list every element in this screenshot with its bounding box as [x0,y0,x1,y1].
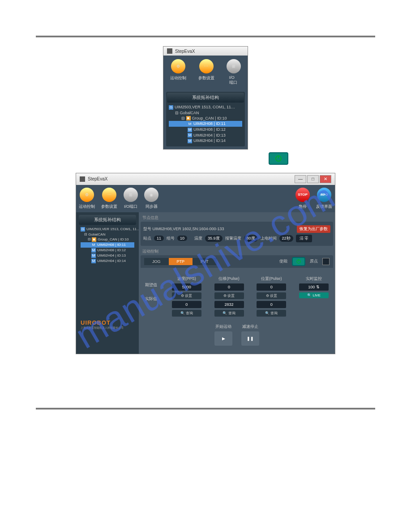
window-controls: — □ ✕ [295,175,331,183]
badge-folder-icon: ■ [92,237,96,242]
badge-m-icon: M [91,259,96,263]
spinner-icon[interactable]: ⇅ [316,285,320,289]
tree-title: 系统拓补结构 [79,215,136,225]
main-panel: 节点信息 型号 UIM62H08,VER 1602,SN:1604-000-13… [139,212,335,354]
pos-expect-input[interactable]: 0 [257,283,286,291]
sync-button[interactable]: ◉同步器 [144,188,158,210]
tree-node[interactable]: MUIM62H08 | ID:11 [81,242,134,248]
badge-g-icon: G [81,227,85,232]
tree-gobal[interactable]: ⊟ GobalCAN [169,110,242,116]
tree-node[interactable]: MUIM62H04 | ID:14 [81,258,134,264]
uptime-value: 22秒 [279,235,293,242]
tree-node[interactable]: MUIM62H04 | ID:13 [169,133,242,138]
tree-gobal[interactable]: ⊟ GobalCAN [81,232,134,237]
play-button[interactable]: ▶ [214,331,232,346]
tab-ptp[interactable]: PTP [169,258,193,265]
pos-header: 位置(Pulse) [261,276,282,282]
pos-set-button[interactable]: ⚙ 设置 [257,292,286,299]
params-button[interactable]: ⋯参数设置 [101,188,117,210]
main-toolbar: ⚙运动控制 ⋯参数设置 ⊞I/O端口 ◉同步器 STOP急停 INFO反馈界面 [76,185,335,212]
io-button[interactable]: ⊞I/O端口 [124,188,138,210]
tree-node[interactable]: MUIM62H04 | ID:13 [81,253,134,258]
restore-button[interactable]: 恢复为出厂参数 [297,225,330,233]
clear-button[interactable]: 清 零 [296,235,313,242]
node-info-box: 型号 UIM62H08,VER 1602,SN:1604-000-133 恢复为… [141,222,333,246]
badge-m-icon: M [188,139,192,143]
tree-node[interactable]: MUIM62H08 | ID:12 [81,248,134,253]
app-icon [167,48,172,54]
app-title: StepEvaX [175,49,195,54]
tab-pvt[interactable]: PVT [193,258,217,265]
minimize-button[interactable]: — [295,175,306,183]
badge-m-icon: M [91,253,96,258]
badge-folder-icon: ■ [186,116,191,120]
gear-icon: ⚙ [171,59,185,73]
feedback-button[interactable]: INFO反馈界面 [316,188,332,210]
dots-icon: ⋯ [199,59,214,73]
gear-icon: ⚙ [80,188,94,202]
tree-title: 系统拓补结构 [167,93,244,103]
temp-value: 35.9度 [205,235,223,242]
enable-toggle[interactable] [292,257,305,266]
estop-button[interactable]: STOP急停 [295,188,310,210]
group-value: 10 [177,236,187,241]
window-large: StepEvaX — □ ✕ ⚙运动控制 ⋯参数设置 ⊞I/O端口 ◉同步器 S… [76,173,335,354]
enable-button[interactable] [269,152,288,165]
tree-root[interactable]: GUIM2503,VER 1513, COM1, 11… [81,227,134,232]
stop-label: 减速停止 [241,324,259,330]
params-button[interactable]: ⋯参数设置 [198,59,214,86]
io-button[interactable]: ⊞I/O端口 [227,59,241,86]
motion-control-button[interactable]: ⚙运动控制 [170,59,186,86]
disp-set-button[interactable]: ⚙ 设置 [214,292,244,299]
tree-node[interactable]: MUIM62H08 | ID:11 [169,121,242,127]
badge-m-icon: M [91,243,96,247]
tree-group[interactable]: ⊟ ■Group_CAN | ID:10 [81,237,134,242]
pos-query-button[interactable]: 🔍 查询 [257,310,286,317]
tree-node[interactable]: MUIM62H04 | ID:14 [169,138,242,144]
sync-icon: ◉ [144,188,158,202]
alarm-label: 报警温度 [225,236,241,241]
monitor-input[interactable]: 100 ⇅ [299,283,329,291]
titlebar: StepEvaX [163,47,248,56]
disp-query-button[interactable]: 🔍 查询 [214,310,244,317]
tree-panel: 系统拓补结构 GUIM2503,VER 1513, COM1, 11… ⊟ Go… [166,92,245,146]
speed-set-button[interactable]: ⚙ 设置 [172,292,201,299]
badge-g-icon: G [169,105,173,110]
speed-expect-input[interactable]: 5000 [172,283,201,291]
power-icon [295,259,302,264]
motion-control-button[interactable]: ⚙运动控制 [79,188,95,210]
live-button[interactable]: 🔍 LIVE [299,292,329,298]
tree-group[interactable]: ⊟ ■Group_CAN | ID:10 [169,116,242,121]
stop-icon: STOP [295,188,310,202]
station-label: 站点 [143,236,151,241]
pos-actual: 0 [257,301,286,308]
pause-icon: ❚❚ [247,336,254,341]
tree-node[interactable]: MUIM62H08 | ID:12 [169,127,242,133]
maximize-button[interactable]: □ [307,175,319,183]
expect-label: 期望值 [145,282,157,288]
disp-actual: 2832 [214,301,244,308]
info-icon: INFO [317,188,331,202]
speed-header: 速度(PPS) [177,276,196,282]
start-label: 开始运动 [214,324,232,330]
motion-tabs: JOG PTP PVT [144,258,217,265]
play-icon: ▶ [222,336,225,341]
origin-checkbox[interactable] [322,258,330,265]
app-icon [80,176,85,182]
disp-expect-input[interactable]: 0 [214,283,244,291]
tree-root[interactable]: GUIM2503,VER 1513, COM1, 11… [169,104,242,110]
origin-label: 原点 [310,258,318,264]
disp-header: 位移(Pulse) [218,276,240,282]
badge-m-icon: M [188,128,192,132]
close-button[interactable]: ✕ [320,175,331,183]
monitor-header: 实时监控 [306,276,322,282]
speed-query-button[interactable]: 🔍 查询 [172,310,201,317]
group-label: 组号 [167,236,175,241]
power-icon [274,155,283,162]
titlebar: StepEvaX — □ ✕ [76,173,335,185]
uptime-label: 上电时间 [261,236,277,241]
tab-jog[interactable]: JOG [144,258,169,265]
topology-tree: GUIM2503,VER 1513, COM1, 11… ⊟ GobalCAN … [167,103,244,146]
enable-label: 使能 [279,258,287,264]
pause-button[interactable]: ❚❚ [241,331,259,346]
